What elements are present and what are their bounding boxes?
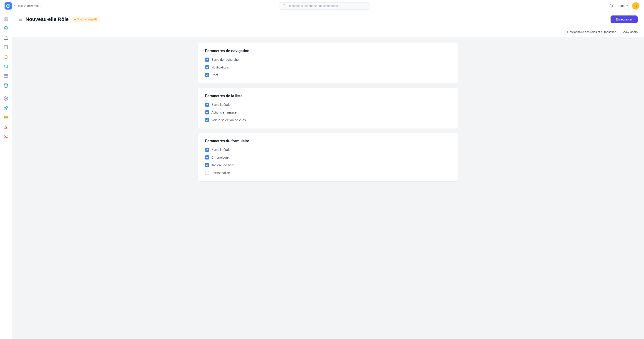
section-navigation: Paramètres de navigation Barre de recher… — [198, 42, 458, 84]
checkbox-voir-selection[interactable]: Voir la sélection de vues — [205, 118, 451, 122]
tools-icon — [4, 115, 8, 120]
aide-label: Aide — [618, 4, 624, 8]
checkbox-notifications-label: Notifications — [212, 66, 229, 69]
sidebar-item-users[interactable] — [2, 133, 10, 141]
sliders-icon — [4, 125, 8, 130]
sidebar-item-rocket[interactable] — [2, 104, 10, 112]
topbar: > Rôle > new-role-2 Recherchez ou entrez… — [0, 0, 644, 12]
sidebar-item-square[interactable] — [2, 43, 10, 52]
sub-nav: Gestionnaire des rôles et autorisation S… — [12, 27, 644, 37]
unsaved-badge: Non Sauvegardé — [72, 17, 100, 22]
svg-point-12 — [5, 98, 6, 99]
section-navigation-title: Paramètres de navigation — [205, 49, 451, 53]
sidebar-item-briefcase[interactable] — [2, 34, 10, 42]
sidebar-item-settings[interactable] — [2, 94, 10, 102]
checkbox-personnalise-box[interactable] — [205, 171, 209, 175]
square-icon — [4, 45, 8, 50]
checkbox-chronologie-label: Chronologie — [212, 156, 229, 159]
notification-icon[interactable] — [608, 2, 615, 10]
svg-marker-8 — [4, 55, 8, 59]
hexagon-icon — [4, 54, 8, 59]
subnav-roles[interactable]: Gestionnaire des rôles et autorisation — [567, 29, 616, 34]
checkbox-barre-recherche-box[interactable] — [205, 58, 209, 62]
checkbox-barre-recherche[interactable]: Barre de recherche — [205, 58, 451, 62]
sidebar-item-shield[interactable] — [2, 24, 10, 32]
checkbox-barre-recherche-label: Barre de recherche — [212, 58, 239, 62]
svg-rect-2 — [4, 17, 6, 18]
search-bar[interactable]: Recherchez ou entrez une commande — [279, 2, 370, 10]
rocket-icon — [4, 106, 8, 110]
navigation-checkbox-list: Barre de recherche Notifications — [205, 58, 451, 77]
breadcrumb: > Rôle > new-role-2 — [14, 4, 41, 8]
page-header-left: Nouveau·elle Rôle Non Sauvegardé — [18, 16, 100, 22]
checkbox-actions-masse-box[interactable] — [205, 110, 209, 114]
search-container[interactable]: Recherchez ou entrez une commande — [279, 2, 370, 10]
users-icon — [4, 134, 8, 139]
breadcrumb-role[interactable]: Rôle — [17, 4, 23, 8]
checkbox-bl-form-box[interactable] — [205, 148, 209, 152]
chevron-down-icon — [625, 4, 628, 8]
breadcrumb-current: new-role-2 — [27, 4, 41, 8]
sidebar-item-grid[interactable] — [2, 14, 10, 23]
checkbox-voir-selection-box[interactable] — [205, 118, 209, 122]
svg-rect-4 — [4, 19, 6, 20]
sidebar-item-hexagon[interactable] — [2, 53, 10, 61]
check-icon — [206, 164, 208, 166]
checkbox-notifications-box[interactable] — [205, 65, 209, 70]
sidebar-item-headset[interactable] — [2, 62, 10, 70]
checkbox-tableau-bord-label: Tableau de bord — [212, 163, 234, 167]
svg-point-20 — [6, 127, 7, 128]
unsaved-dot — [74, 19, 76, 20]
checkbox-barre-laterale-form[interactable]: Barre latérale — [205, 148, 451, 152]
checkbox-tableau-bord[interactable]: Tableau de bord — [205, 163, 451, 167]
topbar-right: Aide TL — [608, 2, 640, 10]
checkbox-actions-masse-label: Actions en masse — [212, 110, 237, 114]
check-icon — [206, 119, 208, 122]
checkbox-bl-list-box[interactable] — [205, 102, 209, 107]
save-button[interactable]: Enregistrer — [610, 16, 638, 23]
topbar-left: > Rôle > new-role-2 — [4, 2, 41, 10]
database-icon — [4, 83, 8, 88]
search-icon — [282, 4, 286, 8]
checkbox-chronologie[interactable]: Chronologie — [205, 156, 451, 160]
unsaved-label: Non Sauvegardé — [77, 18, 98, 21]
aide-button[interactable]: Aide — [618, 4, 628, 8]
breadcrumb-sep2: > — [24, 4, 26, 8]
checkbox-bl-list-label: Barre latérale — [212, 103, 230, 106]
checkbox-chat[interactable]: Chat — [205, 73, 451, 77]
app-logo[interactable] — [4, 2, 12, 10]
sidebar-item-database[interactable] — [2, 82, 10, 90]
checkbox-tableau-bord-box[interactable] — [205, 163, 209, 167]
checkbox-actions-masse[interactable]: Actions en masse — [205, 110, 451, 114]
subnav-show-users[interactable]: Show Users — [622, 29, 638, 34]
content-area: Paramètres de navigation Barre de recher… — [192, 37, 464, 187]
svg-rect-3 — [6, 17, 8, 18]
menu-icon[interactable] — [18, 17, 23, 22]
svg-point-19 — [5, 126, 6, 126]
sidebar-item-card[interactable] — [2, 72, 10, 80]
section-list: Paramètres de la liste Barre latérale — [198, 88, 458, 128]
checkbox-notifications[interactable]: Notifications — [205, 65, 451, 70]
sidebar — [0, 12, 12, 187]
avatar[interactable]: TL — [632, 2, 640, 10]
page-header: Nouveau·elle Rôle Non Sauvegardé Enregis… — [12, 12, 644, 27]
check-icon — [206, 156, 208, 159]
checkbox-chat-label: Chat — [212, 73, 218, 77]
main-wrapper: Nouveau·elle Rôle Non Sauvegardé Enregis… — [12, 12, 644, 187]
sidebar-item-tools[interactable] — [2, 114, 10, 122]
svg-point-22 — [4, 135, 6, 137]
svg-rect-5 — [6, 19, 8, 20]
check-icon — [206, 74, 208, 76]
grid-icon — [4, 16, 8, 21]
check-icon — [206, 58, 208, 61]
check-icon — [206, 111, 208, 114]
checkbox-barre-laterale-list[interactable]: Barre latérale — [205, 102, 451, 107]
settings-icon — [4, 96, 8, 101]
checkbox-personnalise[interactable]: Personnalisé — [205, 171, 451, 175]
svg-rect-9 — [4, 75, 8, 77]
sidebar-item-sliders[interactable] — [2, 123, 10, 131]
check-icon — [206, 148, 208, 151]
checkbox-chronologie-box[interactable] — [205, 156, 209, 160]
checkbox-chat-box[interactable] — [205, 73, 209, 77]
svg-point-1 — [283, 4, 285, 7]
